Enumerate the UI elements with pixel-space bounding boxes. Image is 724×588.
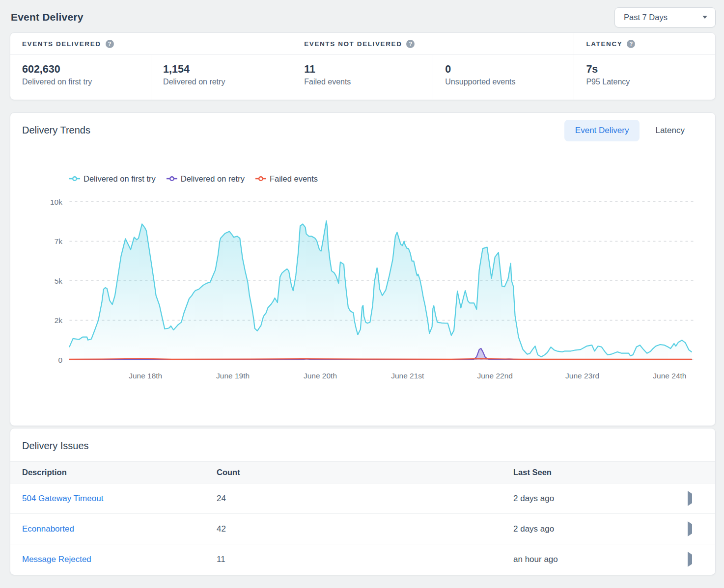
stat-group-0: EVENTS DELIVERED?602,630Delivered on fir…	[10, 33, 292, 100]
issues-column-header: Description	[10, 462, 217, 483]
stat-group-header: EVENTS NOT DELIVERED?	[292, 33, 574, 55]
delivery-trends-card: Delivery Trends Event DeliveryLatency De…	[10, 112, 716, 426]
svg-text:June 18th: June 18th	[129, 372, 162, 380]
stat-label: P95 Latency	[586, 78, 703, 86]
delivery-issues-header: Delivery Issues	[10, 428, 715, 461]
chevron-right-icon[interactable]	[688, 552, 692, 567]
stat-value: 0	[445, 63, 562, 76]
stat-label: Delivered on first try	[22, 78, 139, 86]
chevron-right-icon[interactable]	[688, 521, 692, 536]
legend-item-failed-events[interactable]: Failed events	[255, 174, 318, 184]
issue-last-seen-cell: 2 days ago	[513, 483, 688, 514]
svg-text:0: 0	[58, 356, 62, 364]
issue-description-cell: Econnaborted	[10, 514, 217, 544]
legend-item-delivered-on-first-try[interactable]: Delivered on first try	[69, 174, 156, 184]
legend-marker-icon	[167, 176, 177, 182]
tab-event-delivery[interactable]: Event Delivery	[564, 120, 640, 141]
date-range-value: Past 7 Days	[624, 13, 668, 22]
issue-description-link[interactable]: 504 Gateway Timeout	[22, 494, 103, 503]
chart-legend: Delivered on first tryDelivered on retry…	[69, 173, 715, 185]
page-header: Event Delivery Past 7 Days	[10, 0, 716, 32]
svg-text:2k: 2k	[55, 316, 63, 324]
stat-group-label: LATENCY	[586, 40, 622, 48]
stat-value: 602,630	[22, 63, 139, 76]
svg-text:June 19th: June 19th	[216, 372, 250, 380]
issue-last-seen-cell: 2 days ago	[513, 514, 688, 544]
delivery-trends-chart[interactable]: 02k5k7k10kJune 18thJune 19thJune 20thJun…	[10, 191, 715, 389]
stat-cell: 11Failed events	[292, 55, 433, 100]
stat-group-header: EVENTS DELIVERED?	[10, 33, 292, 55]
stat-label: Unsupported events	[445, 78, 562, 86]
help-icon[interactable]: ?	[406, 40, 415, 48]
issue-description-link[interactable]: Econnaborted	[22, 524, 74, 534]
chevron-down-icon	[702, 16, 707, 19]
legend-label: Failed events	[270, 174, 318, 184]
stat-group-2: LATENCY?7sP95 Latency	[574, 33, 715, 100]
svg-text:June 21st: June 21st	[391, 372, 424, 380]
help-icon[interactable]: ?	[106, 40, 114, 48]
issue-description-cell: 504 Gateway Timeout	[10, 483, 217, 514]
svg-text:June 20th: June 20th	[304, 372, 337, 380]
delivery-trends-header: Delivery Trends Event DeliveryLatency	[10, 113, 715, 148]
issues-column-header: Last Seen	[513, 462, 688, 483]
issues-column-header-actions	[688, 462, 715, 483]
chevron-right-icon[interactable]	[688, 491, 692, 506]
issue-last-seen-cell: an hour ago	[513, 544, 688, 575]
issue-count-cell: 42	[217, 514, 513, 544]
svg-text:June 24th: June 24th	[653, 372, 686, 380]
stat-value: 11	[304, 63, 421, 76]
delivery-issues-table: DescriptionCountLast Seen 504 Gateway Ti…	[10, 461, 715, 575]
issue-row[interactable]: 504 Gateway Timeout242 days ago	[10, 483, 715, 514]
stat-group-1: EVENTS NOT DELIVERED?11Failed events0Uns…	[292, 33, 574, 100]
date-range-dropdown[interactable]: Past 7 Days	[614, 7, 716, 27]
issue-actions-cell	[688, 483, 715, 514]
legend-marker-icon	[255, 176, 266, 182]
legend-label: Delivered on retry	[181, 174, 245, 184]
trends-tabs: Event DeliveryLatency	[564, 120, 696, 141]
stats-summary-card: EVENTS DELIVERED?602,630Delivered on fir…	[10, 32, 716, 100]
stat-label: Delivered on retry	[163, 78, 280, 86]
issue-row[interactable]: Message Rejected11an hour ago	[10, 544, 715, 575]
stat-value: 1,154	[163, 63, 280, 76]
legend-item-delivered-on-retry[interactable]: Delivered on retry	[167, 174, 245, 184]
svg-text:5k: 5k	[55, 277, 63, 285]
stat-group-label: EVENTS DELIVERED	[22, 40, 101, 48]
tab-latency[interactable]: Latency	[644, 120, 696, 141]
issue-count-cell: 11	[217, 544, 513, 575]
issue-actions-cell	[688, 544, 715, 575]
stat-group-header: LATENCY?	[574, 33, 715, 55]
stat-cell: 602,630Delivered on first try	[10, 55, 151, 100]
issue-count-cell: 24	[217, 483, 513, 514]
svg-text:June 22nd: June 22nd	[477, 372, 512, 380]
stat-cell: 1,154Delivered on retry	[151, 55, 292, 100]
stat-cell: 7sP95 Latency	[574, 55, 715, 100]
svg-text:10k: 10k	[50, 198, 62, 206]
issue-actions-cell	[688, 514, 715, 544]
event-delivery-page: Event Delivery Past 7 Days EVENTS DELIVE…	[0, 0, 724, 575]
issue-row[interactable]: Econnaborted422 days ago	[10, 514, 715, 544]
issue-description-cell: Message Rejected	[10, 544, 217, 575]
stat-cell: 0Unsupported events	[433, 55, 574, 100]
stat-value: 7s	[586, 63, 703, 76]
legend-label: Delivered on first try	[84, 174, 156, 184]
help-icon[interactable]: ?	[627, 40, 635, 48]
delivery-trends-title: Delivery Trends	[22, 125, 90, 136]
issues-header-row: DescriptionCountLast Seen	[10, 462, 715, 483]
stat-group-label: EVENTS NOT DELIVERED	[304, 40, 402, 48]
svg-text:June 23rd: June 23rd	[565, 372, 599, 380]
svg-text:7k: 7k	[55, 237, 63, 245]
delivery-issues-title: Delivery Issues	[22, 440, 703, 452]
page-title: Event Delivery	[10, 11, 84, 23]
issues-column-header: Count	[217, 462, 513, 483]
legend-marker-icon	[69, 176, 80, 182]
issue-description-link[interactable]: Message Rejected	[22, 555, 91, 564]
delivery-issues-card: Delivery Issues DescriptionCountLast See…	[10, 428, 716, 575]
stat-label: Failed events	[304, 78, 421, 86]
